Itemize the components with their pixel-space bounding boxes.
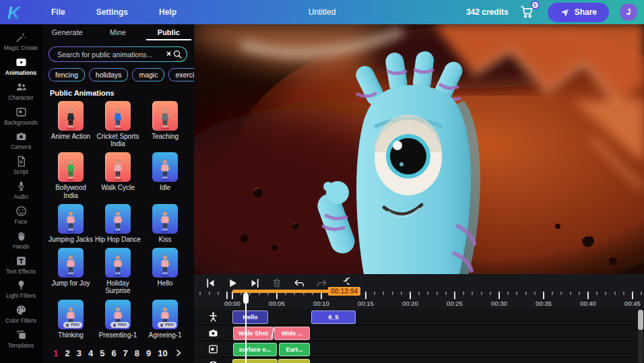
animation-card[interactable]: Anime Action bbox=[47, 101, 94, 152]
search-icon[interactable] bbox=[172, 49, 183, 59]
animation-card[interactable]: Holiday Surprise bbox=[94, 248, 141, 298]
sidebar-item-audio[interactable]: Audio bbox=[0, 180, 42, 200]
skip-start-button[interactable] bbox=[203, 276, 217, 290]
track-lane[interactable]: Wide Shot Wide ... bbox=[232, 325, 644, 341]
page-9[interactable]: 9 bbox=[146, 348, 151, 358]
delete-button[interactable] bbox=[270, 276, 284, 290]
timeline-clip[interactable]: surface o... bbox=[233, 343, 277, 356]
menu-file[interactable]: File bbox=[51, 7, 65, 17]
sidebar-item-color-filters[interactable]: Color Filters bbox=[0, 304, 42, 324]
animation-card[interactable]: ♛PRO Agreeing-1 bbox=[141, 300, 189, 343]
timeline-scrollbar[interactable] bbox=[638, 309, 643, 363]
menu-settings[interactable]: Settings bbox=[96, 7, 128, 17]
sidebar-item-text-effects[interactable]: Text Effects bbox=[0, 255, 42, 275]
timeline-clip[interactable]: Thr... bbox=[278, 359, 310, 363]
next-page-button[interactable] bbox=[174, 349, 183, 357]
track-lane[interactable]: surface o... Eart... bbox=[232, 341, 644, 357]
timeline-clip[interactable]: Hello bbox=[232, 310, 268, 324]
page-1[interactable]: 1 bbox=[53, 348, 58, 358]
redo-icon bbox=[316, 277, 327, 289]
animation-card[interactable]: Hip Hop Dance bbox=[94, 204, 141, 247]
animation-card[interactable]: ♛PRO Presenting-1 bbox=[94, 300, 141, 343]
animation-card[interactable]: Bollywood India bbox=[47, 152, 94, 203]
redo-button[interactable] bbox=[315, 276, 328, 290]
search-bar: × bbox=[49, 46, 187, 62]
page-7[interactable]: 7 bbox=[123, 348, 128, 358]
page-6[interactable]: 6 bbox=[111, 348, 116, 358]
animation-grid: Anime Action Cricket Sports India Teachi… bbox=[42, 100, 194, 343]
tab-mine[interactable]: Mine bbox=[92, 24, 143, 40]
ruler-label: 00:10 bbox=[313, 300, 329, 307]
page-8[interactable]: 8 bbox=[135, 348, 139, 358]
cart-badge: 0 bbox=[531, 1, 540, 9]
project-title[interactable]: Untitled bbox=[309, 7, 336, 17]
animation-card[interactable]: Walk Cycle bbox=[94, 152, 141, 203]
card-label: Cricket Sports India bbox=[95, 133, 141, 147]
animation-card[interactable]: Kiss bbox=[141, 204, 189, 247]
animations-panel: Generate Mine Public × fencing holidays … bbox=[42, 24, 194, 363]
animation-card[interactable]: Jumping Jacks bbox=[47, 204, 94, 247]
page-4[interactable]: 4 bbox=[88, 348, 93, 358]
sidebar-item-magic-create[interactable]: Magic Create bbox=[0, 31, 42, 51]
sidebar-item-label: Hands bbox=[13, 244, 30, 250]
page-5[interactable]: 5 bbox=[100, 348, 104, 358]
play-button[interactable] bbox=[226, 276, 239, 290]
page-10[interactable]: 10 bbox=[158, 348, 167, 358]
skip-next-button[interactable] bbox=[248, 276, 261, 290]
timeline-clip[interactable]: Wide Shot bbox=[233, 327, 273, 340]
user-avatar[interactable]: J bbox=[620, 3, 637, 21]
track-lane[interactable]: Three Po... Thr... bbox=[232, 358, 644, 363]
chip-holidays[interactable]: holidays bbox=[89, 68, 129, 81]
chip-exercise[interactable]: exercise bbox=[168, 68, 194, 81]
animation-card[interactable]: Jump for Joy bbox=[47, 248, 94, 298]
duration-badge: 00:13:94 bbox=[328, 287, 360, 296]
timeline-clip[interactable]: Three Po... bbox=[232, 359, 278, 363]
skip-next-icon bbox=[249, 277, 261, 289]
animation-card[interactable]: ♛PRO Thinking bbox=[47, 300, 94, 343]
clear-search-icon[interactable]: × bbox=[166, 49, 171, 59]
sidebar-item-backgrounds[interactable]: Backgrounds bbox=[0, 106, 42, 126]
chip-magic[interactable]: magic bbox=[132, 68, 164, 81]
sidebar-item-face[interactable]: Face bbox=[0, 205, 42, 225]
timeline-clip[interactable]: Eart... bbox=[279, 343, 310, 356]
panel-tabs: Generate Mine Public bbox=[42, 24, 194, 40]
animation-card[interactable]: Cricket Sports India bbox=[94, 101, 141, 152]
timeline-ruler[interactable]: 00:13:94 00:00 00:05 00:10 00:15 00:20 0… bbox=[194, 292, 644, 309]
playhead-handle[interactable] bbox=[243, 293, 249, 304]
tab-generate[interactable]: Generate bbox=[42, 24, 92, 40]
sidebar-item-animations[interactable]: Animations bbox=[0, 56, 42, 76]
animation-card[interactable]: Teaching bbox=[141, 101, 189, 152]
card-label: Hello bbox=[158, 279, 173, 287]
page-2[interactable]: 2 bbox=[65, 348, 69, 358]
sidebar-item-label: Animations bbox=[5, 70, 36, 76]
templates-icon bbox=[15, 329, 28, 341]
scrollbar-thumb[interactable] bbox=[638, 310, 643, 330]
share-button[interactable]: Share bbox=[548, 3, 609, 22]
sidebar-item-character[interactable]: Character bbox=[0, 81, 42, 101]
menu-help[interactable]: Help bbox=[159, 7, 176, 17]
chevron-right-icon bbox=[174, 349, 183, 357]
filter-chips: fencing holidays magic exercise snow bbox=[49, 68, 194, 81]
animation-card[interactable]: Hello bbox=[141, 248, 189, 298]
app-logo[interactable]: K bbox=[0, 0, 32, 24]
page-3[interactable]: 3 bbox=[77, 348, 82, 358]
sidebar-item-script[interactable]: Script bbox=[0, 155, 42, 175]
timeline-clip[interactable]: Wide ... bbox=[274, 327, 310, 340]
track-lane[interactable]: Hello 6_5 bbox=[232, 309, 644, 325]
sidebar-item-light-filters[interactable]: Light Filters bbox=[0, 279, 42, 299]
chip-fencing[interactable]: fencing bbox=[49, 68, 85, 81]
timeline-clip[interactable]: 6_5 bbox=[311, 310, 356, 324]
undo-button[interactable] bbox=[292, 276, 306, 290]
sidebar-item-label: Color Filters bbox=[5, 318, 36, 324]
timeline-tracks: Hello 6_5 Wide Shot Wide ... bbox=[194, 309, 644, 363]
animation-card[interactable]: Idle bbox=[141, 152, 189, 203]
cart-button[interactable]: 0 bbox=[519, 3, 537, 21]
sidebar-item-hands[interactable]: Hands bbox=[0, 230, 42, 250]
tab-public[interactable]: Public bbox=[143, 24, 194, 40]
card-label: Presenting-1 bbox=[99, 331, 137, 339]
sidebar-item-camera[interactable]: Camera bbox=[0, 130, 42, 150]
preview-scene bbox=[194, 24, 644, 274]
playhead[interactable] bbox=[245, 292, 247, 363]
sidebar-item-templates[interactable]: Templates bbox=[0, 329, 42, 349]
magic-wand-icon bbox=[15, 31, 28, 44]
